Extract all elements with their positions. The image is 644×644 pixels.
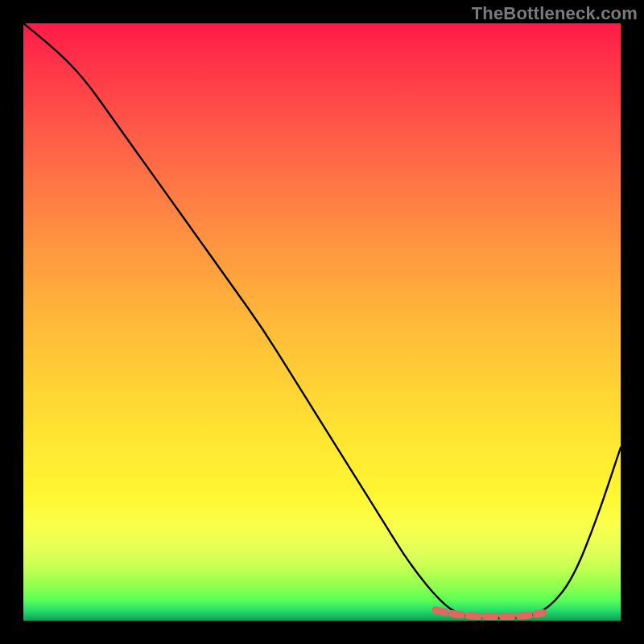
- chart-frame: TheBottleneck.com: [0, 0, 644, 644]
- main-curve: [23, 23, 621, 617]
- marker-curve: [436, 610, 543, 617]
- attribution-label: TheBottleneck.com: [472, 3, 638, 24]
- plot-area: [23, 23, 621, 621]
- curve-layer: [23, 23, 621, 621]
